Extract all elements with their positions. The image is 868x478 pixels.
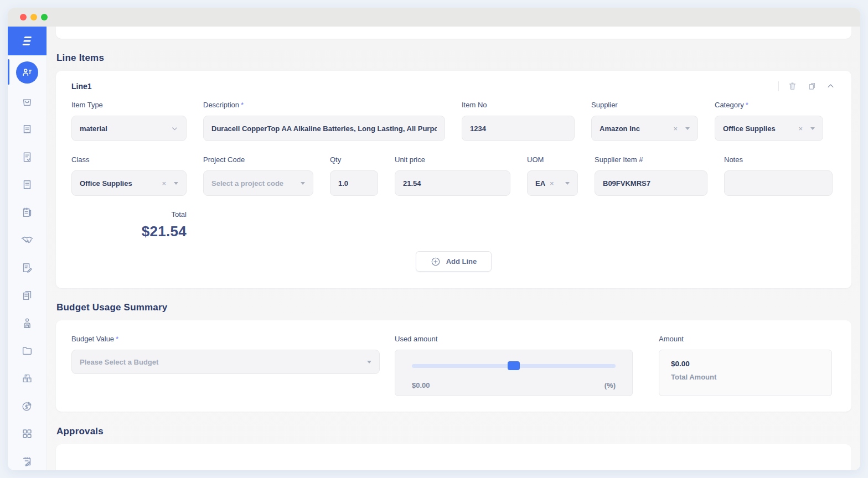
- active-indicator: [8, 59, 9, 85]
- category-label: Category*: [715, 101, 823, 109]
- maximize-window-button[interactable]: [41, 14, 48, 20]
- clear-icon[interactable]: ×: [798, 124, 803, 133]
- document-edit-icon: [21, 262, 33, 274]
- budget-value-label: Budget Value*: [71, 335, 380, 343]
- unit-price-input[interactable]: 21.54: [395, 170, 510, 196]
- sidebar-item-contracts[interactable]: [8, 226, 46, 254]
- trash-icon: [788, 81, 797, 91]
- uom-label: UOM: [527, 155, 578, 164]
- caret-down-icon[interactable]: [367, 361, 371, 363]
- project-code-label: Project Code: [203, 155, 313, 164]
- used-amount-min: $0.00: [412, 381, 430, 389]
- sidebar-item-files[interactable]: [8, 337, 46, 365]
- plus-circle-icon: [431, 257, 441, 267]
- clear-icon[interactable]: ×: [550, 179, 554, 188]
- budget-value-select[interactable]: Please Select a Budget: [71, 350, 380, 374]
- amount-caption: Total Amount: [671, 373, 820, 381]
- actions-divider: [778, 81, 779, 91]
- line-title: Line1: [71, 82, 92, 91]
- supplier-item-input[interactable]: B09FVKMRS7: [595, 170, 707, 196]
- document-check-icon: [21, 151, 33, 163]
- unit-price-label: Unit price: [395, 155, 510, 164]
- sidebar-item-orders[interactable]: [8, 143, 46, 171]
- uom-select[interactable]: EA ×: [527, 170, 578, 196]
- class-label: Class: [71, 155, 187, 164]
- sidebar-item-planning[interactable]: [8, 448, 46, 470]
- delete-line-button[interactable]: [787, 80, 798, 92]
- logo-icon: [20, 35, 35, 46]
- main-content: Line Items Line1: [47, 27, 860, 470]
- sidebar-item-suppliers[interactable]: [8, 309, 46, 337]
- project-code-select[interactable]: Select a project code: [203, 170, 313, 196]
- pallet-boxes-icon: [21, 372, 33, 385]
- folder-icon: [21, 345, 33, 357]
- item-type-label: Item Type: [71, 101, 187, 109]
- sidebar-item-drafts[interactable]: [8, 254, 46, 282]
- amount-box: $0.00 Total Amount: [659, 350, 832, 396]
- person-list-icon: [16, 61, 38, 84]
- caret-down-icon[interactable]: [685, 127, 690, 130]
- clear-icon[interactable]: ×: [162, 179, 166, 188]
- previous-section-card-partial: [56, 27, 851, 39]
- grid-icon: [21, 428, 33, 440]
- item-no-input[interactable]: 1234: [462, 116, 575, 141]
- qty-label: Qty: [330, 155, 378, 164]
- used-amount-slider-box: $0.00 (%): [395, 350, 633, 396]
- copy-documents-icon: [21, 289, 33, 302]
- total-label: Total: [71, 210, 187, 219]
- sidebar-item-apps[interactable]: [8, 420, 46, 448]
- description-label: Description*: [203, 101, 445, 109]
- sidebar-item-inventory[interactable]: [8, 365, 46, 392]
- notepad-pen-icon: [21, 206, 33, 219]
- caret-down-icon[interactable]: [810, 127, 815, 130]
- clear-icon[interactable]: ×: [673, 124, 678, 133]
- document-lines-icon: [21, 179, 33, 191]
- sidebar-item-budgets[interactable]: [8, 392, 46, 420]
- window-titlebar: [8, 8, 860, 27]
- minimize-window-button[interactable]: [30, 14, 37, 20]
- sidebar: [8, 27, 47, 470]
- app-window: Line Items Line1: [8, 8, 860, 470]
- budget-usage-heading: Budget Usage Summary: [56, 302, 851, 313]
- sidebar-item-receipts[interactable]: [8, 171, 46, 199]
- receipt-icon: [21, 123, 33, 136]
- supplier-label: Supplier: [591, 101, 698, 109]
- line-item-card: Line1: [56, 71, 851, 288]
- copy-icon: [807, 81, 817, 91]
- used-amount-label: Used amount: [395, 335, 633, 343]
- approvals-heading: Approvals: [56, 426, 851, 437]
- sidebar-item-purchases[interactable]: [8, 88, 46, 116]
- description-input[interactable]: Duracell CopperTop AA Alkaline Batteries…: [203, 116, 445, 141]
- duplicate-line-button[interactable]: [806, 80, 818, 92]
- collapse-line-button[interactable]: [825, 81, 836, 91]
- slider-handle[interactable]: [508, 361, 520, 370]
- line-items-heading: Line Items: [56, 53, 851, 64]
- amount-value: $0.00: [671, 360, 820, 368]
- delivery-person-icon: [21, 317, 33, 329]
- notes-label: Notes: [724, 155, 833, 164]
- class-select[interactable]: Office Supplies ×: [71, 170, 187, 196]
- qty-input[interactable]: 1.0: [330, 170, 378, 196]
- budget-card: Budget Value* Please Select a Budget Use…: [56, 320, 851, 412]
- app-logo[interactable]: [8, 27, 47, 55]
- caret-down-icon[interactable]: [565, 182, 570, 185]
- close-window-button[interactable]: [20, 14, 27, 20]
- item-type-select[interactable]: material: [71, 116, 187, 141]
- caret-down-icon[interactable]: [301, 182, 305, 185]
- approvals-card-partial: [56, 444, 851, 470]
- line-total: Total $21.54: [71, 210, 187, 240]
- sidebar-item-invoices[interactable]: [8, 116, 46, 143]
- sidebar-item-templates[interactable]: [8, 282, 46, 309]
- sidebar-item-rfq[interactable]: [8, 199, 46, 226]
- handshake-icon: [20, 233, 34, 247]
- calendar-edit-icon: [21, 455, 33, 467]
- category-select[interactable]: Office Supplies ×: [715, 116, 823, 141]
- slider-track[interactable]: [412, 364, 616, 368]
- notes-input[interactable]: [724, 170, 833, 196]
- add-line-button[interactable]: Add Line: [416, 251, 492, 272]
- supplier-item-label: Supplier Item #: [595, 155, 707, 164]
- sidebar-item-requisitions-active[interactable]: [8, 57, 46, 88]
- amount-label: Amount: [659, 335, 832, 343]
- supplier-select[interactable]: Amazon Inc ×: [591, 116, 698, 141]
- caret-down-icon[interactable]: [174, 182, 178, 185]
